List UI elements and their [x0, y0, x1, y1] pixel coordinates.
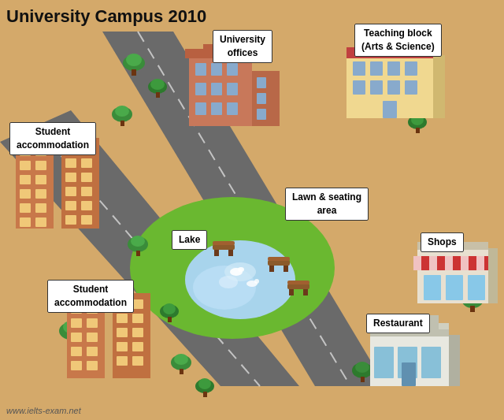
svg-rect-70: [387, 61, 400, 76]
svg-point-11: [126, 54, 142, 66]
svg-rect-115: [71, 347, 82, 356]
svg-rect-152: [269, 266, 274, 272]
svg-rect-127: [132, 342, 143, 351]
svg-rect-76: [383, 101, 397, 118]
svg-rect-89: [20, 203, 31, 213]
svg-rect-101: [81, 187, 92, 196]
svg-rect-124: [117, 328, 128, 337]
svg-rect-159: [287, 284, 309, 289]
svg-rect-161: [303, 289, 308, 295]
svg-rect-47: [195, 63, 206, 76]
svg-rect-123: [132, 314, 143, 323]
svg-rect-157: [228, 250, 233, 256]
svg-rect-91: [20, 217, 31, 227]
svg-rect-50: [195, 83, 206, 95]
svg-rect-137: [424, 275, 441, 300]
svg-point-41: [131, 236, 145, 247]
label-student-acc-top: Studentaccommodation: [9, 122, 96, 155]
svg-rect-153: [284, 266, 288, 272]
label-teaching-block: Teaching block(Arts & Science): [354, 24, 442, 57]
label-lake: Lake: [172, 230, 207, 250]
svg-rect-42: [136, 251, 140, 256]
svg-rect-55: [227, 102, 238, 115]
svg-rect-156: [214, 250, 219, 256]
svg-rect-114: [87, 333, 98, 342]
svg-rect-126: [117, 342, 128, 351]
svg-rect-84: [35, 161, 46, 170]
svg-point-32: [198, 378, 211, 389]
svg-rect-143: [374, 347, 394, 378]
svg-rect-51: [211, 83, 222, 95]
svg-rect-69: [370, 61, 383, 76]
svg-rect-132: [413, 256, 421, 270]
svg-rect-100: [65, 187, 76, 196]
label-student-acc-bottom: Studentaccommodation: [47, 280, 134, 313]
svg-rect-92: [35, 217, 46, 227]
svg-rect-125: [132, 328, 143, 337]
label-shops: Shops: [421, 232, 464, 252]
svg-point-17: [115, 106, 129, 117]
svg-rect-39: [361, 377, 365, 382]
svg-rect-15: [156, 92, 160, 98]
map-title: University Campus 2010: [6, 6, 206, 27]
svg-rect-24: [416, 128, 420, 133]
svg-rect-88: [35, 189, 46, 199]
svg-rect-146: [402, 362, 416, 386]
svg-rect-134: [445, 256, 453, 270]
svg-rect-128: [117, 356, 128, 366]
svg-rect-136: [476, 256, 484, 270]
svg-rect-72: [353, 80, 365, 95]
svg-point-164: [238, 267, 244, 272]
svg-rect-122: [117, 314, 128, 323]
svg-rect-57: [257, 77, 266, 88]
svg-rect-86: [35, 175, 46, 184]
svg-rect-104: [65, 215, 76, 225]
svg-rect-141: [488, 248, 498, 303]
svg-rect-135: [461, 256, 469, 270]
svg-rect-97: [81, 158, 92, 168]
svg-rect-30: [180, 369, 183, 374]
svg-rect-36: [470, 306, 475, 312]
svg-point-38: [355, 362, 369, 373]
svg-rect-87: [20, 189, 31, 199]
svg-rect-75: [405, 80, 417, 95]
svg-rect-85: [20, 175, 31, 184]
svg-rect-90: [35, 203, 46, 213]
label-lawn-seating: Lawn & seatingarea: [285, 188, 369, 221]
svg-point-44: [163, 303, 176, 314]
svg-rect-71: [405, 61, 417, 76]
svg-rect-113: [71, 333, 82, 342]
svg-rect-158: [213, 241, 235, 245]
svg-point-14: [150, 79, 165, 90]
svg-rect-73: [370, 80, 383, 95]
svg-point-29: [174, 354, 188, 365]
label-restaurant: Restaurant: [366, 314, 430, 333]
svg-rect-18: [120, 121, 124, 126]
svg-rect-139: [468, 275, 485, 300]
svg-rect-74: [387, 80, 400, 95]
svg-rect-121: [132, 299, 143, 309]
svg-rect-129: [132, 356, 143, 366]
svg-rect-49: [227, 63, 238, 76]
svg-rect-133: [429, 256, 437, 270]
svg-rect-155: [213, 244, 235, 250]
svg-point-166: [254, 279, 259, 284]
footer-text: www.ielts-exam.net: [6, 406, 81, 415]
svg-rect-99: [81, 173, 92, 182]
label-university-offices: University offices: [213, 30, 272, 63]
svg-rect-145: [421, 347, 441, 378]
campus-map: University Campus 2010 University office…: [0, 0, 504, 420]
svg-rect-96: [65, 158, 76, 168]
svg-rect-118: [87, 361, 98, 370]
svg-rect-151: [268, 260, 290, 266]
svg-rect-48: [211, 63, 222, 76]
svg-rect-54: [211, 102, 222, 115]
svg-rect-77: [433, 55, 445, 118]
svg-rect-160: [289, 289, 294, 295]
svg-point-9: [219, 276, 238, 288]
svg-rect-117: [71, 361, 82, 370]
svg-rect-154: [268, 257, 290, 261]
svg-rect-116: [87, 347, 98, 356]
svg-rect-150: [449, 335, 460, 386]
svg-rect-111: [71, 318, 82, 328]
